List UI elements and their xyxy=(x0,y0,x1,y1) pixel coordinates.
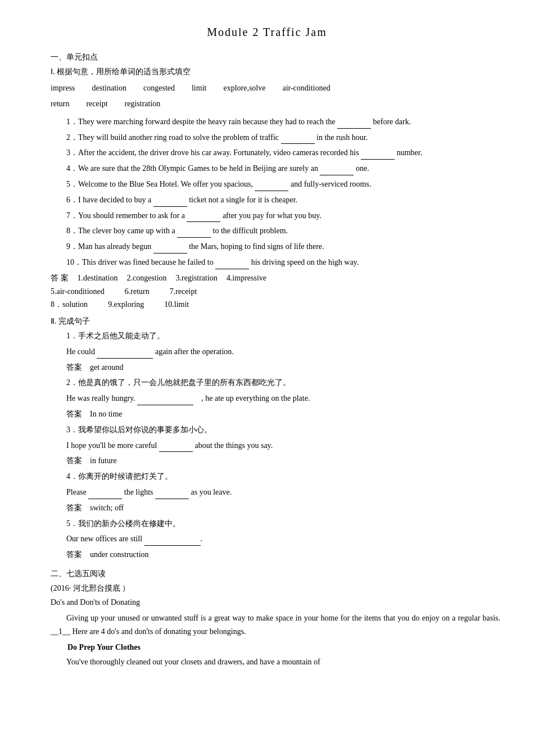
reading-para1: Giving up your unused or unwanted stuff … xyxy=(51,612,500,639)
exercise-6: 6．I have decided to buy a ticket not a s… xyxy=(51,193,500,207)
answer-4: 4.impressive xyxy=(227,271,266,285)
blank-2[interactable] xyxy=(281,135,315,144)
word-bank: impress destination congested limit expl… xyxy=(34,81,500,112)
answer-10: 10.limit xyxy=(164,298,189,311)
blank-c2[interactable] xyxy=(137,396,193,405)
complete-3-answer: 答案 in future xyxy=(51,454,500,468)
exercise-9: 9．Man has already begun the Mars, hoping… xyxy=(51,240,500,253)
complete-3: 3．我希望你以后对你说的事要多加小心。 xyxy=(51,423,500,437)
complete-4: 4．你离开的时候请把灯关了。 xyxy=(51,470,500,483)
blank-c4b[interactable] xyxy=(155,490,189,499)
complete-4-english: Please the lights as you leave. xyxy=(51,486,500,499)
reading-subheading: Do Prep Your Clothes xyxy=(51,641,500,654)
blank-c4a[interactable] xyxy=(88,490,122,499)
blank-7[interactable] xyxy=(187,213,220,222)
word-return: return xyxy=(51,97,69,112)
exercise-5: 5．Welcome to the Blue Sea Hotel. We offe… xyxy=(51,178,500,191)
exercise-4: 4．We are sure that the 28th Olympic Game… xyxy=(51,162,500,175)
word-registration: registration xyxy=(125,97,161,112)
complete-2-english: He was really hungry. , he ate up everyt… xyxy=(51,392,500,405)
reading-source: (2016· 河北邢台摸底 ） xyxy=(34,582,500,595)
blank-9[interactable] xyxy=(153,245,187,253)
word-explore-solve: explore,solve xyxy=(223,81,265,96)
complete-3-english: I hope you'll be more careful about the … xyxy=(51,439,500,452)
word-air-conditioned: air-conditioned xyxy=(282,81,330,96)
answer-8: 8．solution xyxy=(51,298,88,311)
reading-para2: You've thoroughly cleaned out your close… xyxy=(51,655,500,669)
reading-title: Do's and Don'ts of Donating xyxy=(34,596,500,609)
complete-1: 1．手术之后他又能走动了。 xyxy=(51,329,500,343)
blank-6[interactable] xyxy=(153,198,187,207)
section1-subheader: Ⅰ. 根据句意，用所给单词的适当形式填空 xyxy=(34,65,500,79)
page-title: Module 2 Traffic Jam xyxy=(34,22,500,42)
word-receipt: receipt xyxy=(86,97,107,112)
exercise-2: 2．They will build another ring road to s… xyxy=(51,131,500,144)
answer-2: 2.congestion xyxy=(126,271,166,285)
word-limit: limit xyxy=(192,81,206,96)
blank-10[interactable] xyxy=(215,260,249,269)
blank-c3[interactable] xyxy=(159,443,193,452)
complete-1-answer: 答案 get around xyxy=(51,361,500,374)
section2-header: Ⅱ. 完成句子 xyxy=(34,315,500,328)
answers-section1: 答 案 1.destination 2.congestion 3.registr… xyxy=(34,271,500,311)
answer-9: 9.exploring xyxy=(108,298,144,311)
complete-5-answer: 答案 under construction xyxy=(51,548,500,562)
blank-8[interactable] xyxy=(177,229,211,238)
blank-1[interactable] xyxy=(337,120,371,129)
exercise-10: 10．This driver was fined because he fail… xyxy=(51,256,500,269)
complete-2-answer: 答案 In no time xyxy=(51,408,500,421)
exercise-3: 3．After the accident, the driver drove h… xyxy=(51,146,500,160)
answer-1: 1.destination xyxy=(78,271,118,285)
section1-header: 一、单元扣点 xyxy=(34,51,500,64)
word-bank-row2: return receipt registration xyxy=(51,97,500,112)
blank-4[interactable] xyxy=(320,166,354,175)
exercises-section1: 1．They were marching forward despite the… xyxy=(34,115,500,269)
exercise-7: 7．You should remember to ask for a after… xyxy=(51,209,500,223)
answer-5: 5.air-conditioned xyxy=(51,285,105,298)
exercise-1: 1．They were marching forward despite the… xyxy=(51,115,500,129)
blank-c1[interactable] xyxy=(97,350,153,359)
blank-3[interactable] xyxy=(361,151,395,160)
blank-5[interactable] xyxy=(255,182,288,191)
exercise-8: 8．The clever boy came up with a to the d… xyxy=(51,224,500,238)
complete-sentence-exercises: 1．手术之后他又能走动了。 He could again after the o… xyxy=(34,329,500,562)
complete-5: 5．我们的新办公楼尚在修建中。 xyxy=(51,517,500,531)
word-congested: congested xyxy=(143,81,175,96)
complete-2: 2．他是真的饿了，只一会儿他就把盘子里的所有东西都吃光了。 xyxy=(51,376,500,390)
word-bank-row1: impress destination congested limit expl… xyxy=(51,81,500,96)
word-destination: destination xyxy=(92,81,126,96)
reading-content: Giving up your unused or unwanted stuff … xyxy=(34,612,500,668)
section3-header: 二、七选五阅读 xyxy=(34,567,500,581)
answer-3: 3.registration xyxy=(176,271,218,285)
complete-4-answer: 答案 switch; off xyxy=(51,501,500,515)
answer-6: 6.return xyxy=(125,285,150,298)
complete-5-english: Our new offices are still . xyxy=(51,532,500,546)
blank-c5[interactable] xyxy=(144,537,201,546)
complete-1-english: He could again after the operation. xyxy=(51,345,500,359)
answer-label-1: 答 案 xyxy=(51,271,69,285)
word-impress: impress xyxy=(51,81,75,96)
answer-7: 7.receipt xyxy=(170,285,197,298)
